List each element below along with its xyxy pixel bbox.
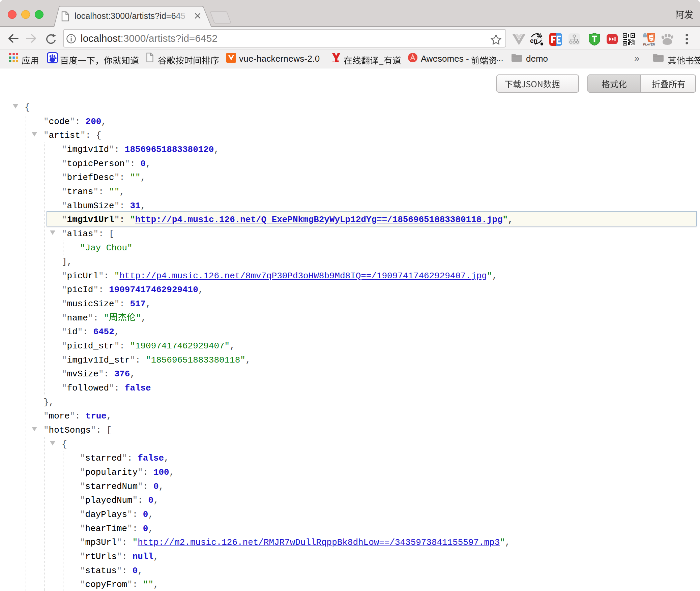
svg-text:PLAYER: PLAYER	[643, 43, 655, 46]
